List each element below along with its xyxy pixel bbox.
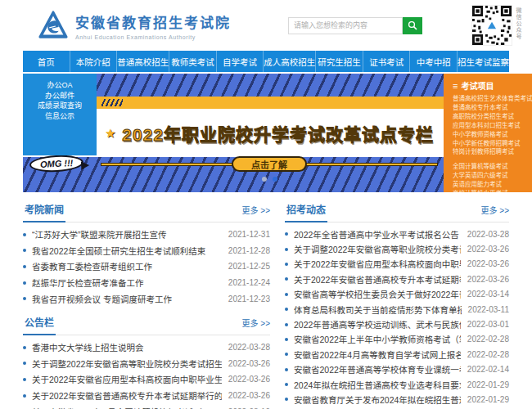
exam-link[interactable]: 全国计算机等级考试 (453, 163, 532, 172)
exam-panel-title: ≡考试项目 (453, 79, 532, 92)
nav-item[interactable]: 本院介绍 (70, 51, 117, 72)
updates-item[interactable]: 关于调整2022年安徽省高等职业院校分类考试招生文化素... 2022-03-2… (285, 241, 509, 256)
updates-item[interactable]: 安徽省2022年4月高等教育自学考试网上报名将于3月3-7日... 2022-0… (285, 347, 509, 362)
news-item[interactable]: 我省召开视频会议 专题调度研考工作 2021-12-23 (23, 290, 270, 307)
updates-item-title: 安徽省高等学校招生委员会关于做好2022年普通高等学校... (294, 288, 461, 300)
banner-headline-wrap: ★ 2022年职业院校升学考试改革试点专栏 (95, 74, 444, 192)
exam-link[interactable]: 英语应用能力考试 (453, 181, 532, 190)
updates-item-title: 关于2022年安徽省应用型本科高校面向中职毕业生对口招... (294, 258, 461, 270)
updates-item[interactable]: 安徽省教育厅关于发布2024年拟在皖招生普通高校专业选... 2022-01-2… (285, 392, 509, 407)
star-icon: ★ (105, 126, 115, 141)
nav-item[interactable]: 成人高校招生 (263, 51, 315, 72)
banner-headline: 2022年职业院校升学考试改革试点专栏 (122, 121, 434, 146)
carousel-dot[interactable] (273, 177, 277, 182)
updates-item[interactable]: 体育总局科教司关于当前疫情形势下体育单招专项考试的温... 2022-03-11 (285, 302, 509, 317)
nav-item[interactable]: 教师类考试 (169, 51, 216, 72)
quick-link[interactable]: 信息公示 (23, 111, 97, 122)
exam-link[interactable]: 高职院校分类招生考试 (453, 113, 532, 122)
notice-item[interactable]: 香港中文大学线上招生说明会 2022-03-28 (23, 339, 270, 356)
news-item-date: 2021-12-25 (228, 262, 270, 271)
updates-item[interactable]: 2024年拟在皖招生普通高校专业选考科目要求查询系统 2022-01-29 (285, 377, 509, 392)
bullet-icon (23, 297, 26, 300)
updates-item-title: 安徽省2022年普通高等学校体育专业课统一考试简章 (294, 363, 461, 375)
nav-item[interactable]: 首页 (23, 51, 70, 72)
updates-item[interactable]: 2022年普通高等学校运动训练、武术与民族传统体育专业... 2022-03-0… (285, 317, 509, 331)
nav-item[interactable]: 自学考试 (216, 51, 264, 72)
notice-item[interactable]: 关于2022年安徽省普通高校专升本考试延期举行的通告 2022-03-26 (23, 388, 270, 404)
main-nav: 首页 本院介绍 普通高校招生 教师类考试 自学考试 成人高校招生 研究生招生 证… (23, 51, 509, 72)
section-news-more-link[interactable]: 更多 >> (242, 204, 270, 222)
updates-item-date: 2022-02-28 (467, 350, 509, 359)
news-item[interactable]: “江苏好大学”联盟来院开展招生宣传 2021-12-31 (23, 227, 270, 243)
bullet-icon (285, 368, 288, 371)
updates-item[interactable]: 关于2022年安徽省普通高校专升本考试延期举行的通告 2022-03-26 (285, 272, 509, 286)
updates-item-date: 2022-03-26 (467, 245, 509, 254)
updates-item-date: 2022-03-01 (467, 320, 509, 329)
exam-list-group1: 普通高校招生艺术体育类考试 普通高校专升本考试 高职院校分类招生考试 应用型本科… (453, 95, 532, 157)
nav-item[interactable]: 研究生招生 (315, 51, 363, 72)
updates-item-date: 2022-03-11 (468, 305, 509, 314)
bullet-icon (285, 353, 288, 356)
search-button[interactable] (403, 17, 422, 34)
exam-link[interactable]: 应用型本科对口招生考试 (453, 122, 532, 131)
updates-item-date: 2022-03-14 (467, 290, 509, 299)
news-item[interactable]: 我省2022年全国硕士研究生招生考试顺利结束 2021-12-28 (23, 243, 270, 259)
qr-code (471, 5, 512, 46)
nav-item[interactable]: 普通高校招生 (116, 51, 169, 72)
exam-link[interactable]: 特岗计划教师招聘考试 (453, 148, 532, 157)
exam-list-group2: 全国计算机等级考试 大学英语四六级考试 英语应用能力考试 高校计算机水平考试 (453, 163, 532, 192)
notice-item[interactable]: 关于调整2022年安徽省高等职业院校分类考试招生文化素... 2022-03-2… (23, 356, 270, 372)
carousel-dot[interactable] (262, 177, 267, 182)
nav-item[interactable]: 证书考试 (363, 51, 410, 72)
updates-item-title: 2022年全省普通高中学业水平考试报名公告 (294, 228, 461, 240)
updates-item-date: 2022-03-26 (467, 259, 509, 268)
updates-item[interactable]: 关于2022年安徽省应用型本科高校面向中职毕业生对口招... 2022-03-2… (285, 257, 509, 272)
banner-cta-button[interactable]: 点击了解 (232, 156, 307, 172)
updates-item-date: 2022-02-14 (467, 365, 509, 374)
updates-item-title: 体育总局科教司关于当前疫情形势下体育单招专项考试的温... (294, 303, 462, 316)
updates-item[interactable]: 安徽省2022年上半年中小学教师资格考试（笔试）疫情防... 2022-02-2… (285, 332, 509, 347)
news-item-title: “江苏好大学”联盟来院开展招生宣传 (32, 228, 222, 240)
news-item-title: 我省2022年全国硕士研究生招生考试顺利结束 (32, 245, 222, 257)
exam-link[interactable]: 中小学教师资格考试 (453, 131, 532, 140)
search-input[interactable] (288, 17, 403, 34)
news-item[interactable]: 省委教育工委检查研考组织工作 2021-12-25 (23, 258, 270, 275)
updates-item[interactable]: 安徽省2022年普通高等学校体育专业课统一考试简章 2022-02-14 (285, 362, 509, 377)
updates-item-title: 2024年拟在皖招生普通高校专业选考科目要求查询系统 (294, 379, 461, 391)
bullet-icon (23, 362, 26, 365)
news-list: “江苏好大学”联盟来院开展招生宣传 2021-12-31 我省2022年全国硕士… (23, 222, 270, 307)
notice-item-title: 关于2022年安徽省应用型本科高校面向中职毕业生对口招... (32, 373, 222, 385)
bullet-icon (23, 346, 26, 349)
updates-item[interactable]: 安徽省高等学校招生委员会关于做好2022年普通高等学校... 2022-03-1… (285, 287, 509, 302)
site-brand: 安徽省教育招生考试院 Anhui Education Examinations … (38, 10, 231, 41)
news-item[interactable]: 赵振华厅长检查研考准备工作 2021-12-24 (23, 275, 270, 291)
exam-link[interactable]: 普通高校专升本考试 (453, 104, 532, 113)
quick-links-panel: 办公OA 办公邮件 成绩录取查询 信息公示 (23, 74, 97, 155)
exam-link[interactable]: 普通高校招生艺术体育类考试 (453, 95, 532, 104)
hero-area: ★ 2022年职业院校升学考试改革试点专栏 点击了解 OMG !!! 办公OA … (23, 74, 532, 192)
bullet-icon (285, 263, 288, 266)
exam-link[interactable]: 高校计算机水平考试 (453, 190, 532, 192)
bullet-icon (285, 308, 288, 311)
nav-item[interactable]: 中考中招 (409, 51, 457, 72)
section-news-title: 考院新闻 (23, 202, 65, 222)
notice-item[interactable]: 关于2022年安徽省应用型本科高校面向中职毕业生对口招... 2022-03-2… (23, 371, 270, 388)
news-item-title: 省委教育工委检查研考组织工作 (32, 260, 222, 272)
exam-link[interactable]: 中小学新任教师招聘考试 (453, 140, 532, 149)
quick-link[interactable]: 办公邮件 (23, 91, 97, 101)
updates-item[interactable]: 2022年全省普通高中学业水平考试报名公告 2022-03-28 (285, 227, 509, 241)
updates-item-date: 2022-02-28 (467, 335, 509, 344)
quick-link[interactable]: 办公OA (23, 80, 97, 91)
exam-link[interactable]: 大学英语四六级考试 (453, 172, 532, 181)
quick-link[interactable]: 成绩录取查询 (23, 101, 97, 111)
section-notice-more-link[interactable]: 更多 >> (242, 317, 270, 335)
notice-item[interactable]: 关于安徽省2022年3月全国计算机等级考试（NCRE）延期... 2022-03… (23, 403, 270, 409)
bullet-icon (23, 281, 26, 285)
nav-item[interactable]: 招生考试监察 (457, 51, 509, 72)
search-box (288, 17, 422, 34)
news-item-title: 赵振华厅长检查研考准备工作 (32, 276, 222, 289)
bullet-icon (23, 378, 26, 381)
notice-item-date: 2022-03-26 (228, 391, 270, 400)
section-updates-more-link[interactable]: 更多 >> (481, 204, 509, 222)
notice-item-title: 关于调整2022年安徽省高等职业院校分类考试招生文化素... (32, 357, 222, 370)
